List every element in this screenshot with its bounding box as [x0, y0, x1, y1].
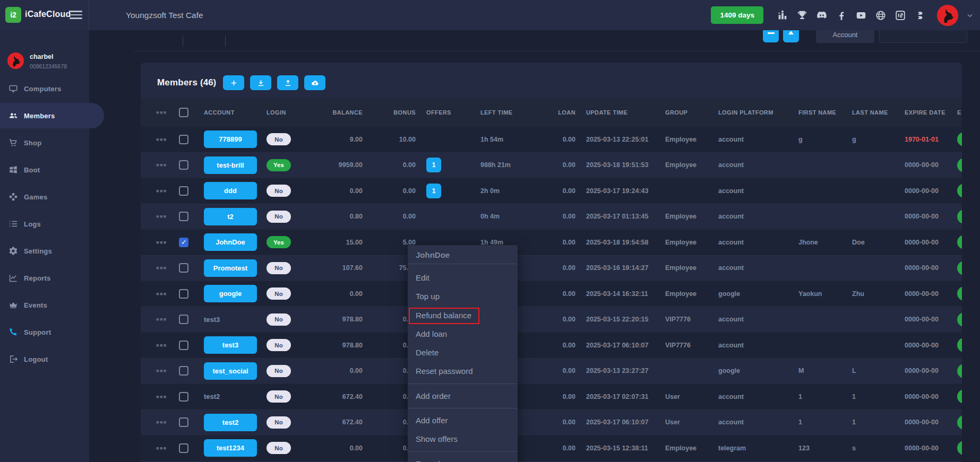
context-menu-item-top-up[interactable]: Top up [408, 287, 518, 306]
enabled-toggle[interactable] [957, 286, 962, 301]
account-button[interactable]: test3 [204, 336, 257, 354]
row-menu-icon[interactable]: ■■■ [156, 291, 167, 297]
enabled-toggle[interactable] [957, 132, 962, 146]
context-menu-item-show-offers[interactable]: Show offers [408, 430, 518, 448]
account-button[interactable]: 778899 [204, 130, 257, 148]
row-menu-icon[interactable]: ■■■ [156, 265, 167, 271]
enabled-toggle[interactable] [957, 184, 962, 198]
row-checkbox[interactable] [179, 341, 188, 350]
sidebar-item-label: Events [24, 301, 47, 309]
row-menu-icon[interactable]: ■■■ [156, 394, 167, 399]
row-menu-icon[interactable]: ■■■ [156, 188, 167, 194]
row-menu-icon[interactable]: ■■■ [156, 137, 167, 142]
facebook-icon[interactable] [836, 10, 847, 21]
add-member-button[interactable] [223, 75, 244, 90]
context-menu-item-add-order[interactable]: Add order [408, 387, 518, 405]
header-row-menu-icon[interactable]: ■■■ [156, 110, 167, 115]
offers-badge[interactable]: 1 [426, 184, 441, 198]
account-button[interactable]: google [204, 285, 257, 302]
layers-icon[interactable] [914, 10, 926, 21]
trophy-icon[interactable] [796, 10, 808, 21]
account-button[interactable]: ddd [204, 182, 257, 199]
context-menu-item-add-loan[interactable]: Add loan [408, 325, 518, 343]
row-menu-icon[interactable]: ■■■ [156, 446, 167, 451]
chevron-down-icon[interactable] [966, 12, 974, 19]
youtube-icon[interactable] [855, 10, 867, 21]
enabled-toggle[interactable] [957, 235, 962, 249]
cloud-backup-button[interactable] [304, 75, 325, 90]
account-button[interactable]: test_social [204, 362, 257, 380]
sidebar-item-logout[interactable]: Logout [0, 346, 89, 372]
row-menu-icon[interactable]: ■■■ [156, 162, 167, 168]
ranking-icon[interactable] [777, 10, 788, 21]
row-menu-icon[interactable]: ■■■ [156, 343, 167, 348]
enabled-toggle[interactable] [957, 389, 962, 404]
select-all-checkbox[interactable] [179, 108, 188, 117]
update-time-value: 2025-03-17 06:10:07 [586, 410, 668, 435]
row-checkbox[interactable] [179, 186, 188, 196]
row-checkbox[interactable] [179, 212, 188, 221]
account-button[interactable]: test2 [204, 414, 257, 431]
hamburger-menu-icon[interactable] [70, 11, 82, 20]
row-checkbox[interactable] [179, 315, 188, 324]
context-menu-item-reset-password[interactable]: Reset password [408, 362, 518, 380]
enabled-toggle[interactable] [957, 158, 962, 172]
row-checkbox[interactable] [179, 366, 188, 376]
first-name-value [798, 307, 849, 333]
sidebar-item-members[interactable]: Members [0, 103, 104, 128]
row-checkbox[interactable] [179, 417, 188, 427]
context-menu-item-event-logs[interactable]: Event logs [408, 455, 518, 462]
export-members-button[interactable] [250, 75, 271, 90]
enabled-toggle[interactable] [957, 261, 962, 275]
sidebar-item-logs[interactable]: Logs [0, 211, 89, 237]
row-menu-icon[interactable]: ■■■ [156, 214, 167, 219]
account-button[interactable]: test-brill [204, 156, 257, 174]
globe-icon[interactable] [875, 10, 887, 21]
sidebar-item-boot[interactable]: Boot [0, 157, 89, 182]
sidebar-item-games[interactable]: Games [0, 184, 89, 210]
row-checkbox[interactable] [179, 263, 188, 273]
user-avatar[interactable] [937, 5, 958, 26]
enabled-toggle[interactable] [957, 338, 962, 352]
subscription-days-badge[interactable]: 1409 days [711, 6, 763, 24]
enabled-toggle[interactable] [957, 312, 962, 327]
login-status-badge: Yes [267, 236, 291, 248]
context-menu-item-add-offer[interactable]: Add offer [408, 411, 518, 430]
row-menu-icon[interactable]: ■■■ [156, 240, 167, 245]
context-menu-item-delete[interactable]: Delete [408, 343, 518, 362]
context-menu-item-refund-balance[interactable]: Refund balance [408, 306, 518, 325]
account-button[interactable]: test1234 [204, 439, 257, 457]
sidebar-item-reports[interactable]: Reports [0, 265, 89, 291]
row-checkbox[interactable] [179, 392, 188, 402]
row-menu-icon[interactable]: ■■■ [156, 368, 167, 373]
table-row: ■■■test3No978.800.000.002025-03-15 22:20… [141, 307, 962, 333]
loan-value: 0.00 [531, 384, 575, 409]
sidebar-item-computers[interactable]: Computers [0, 76, 89, 101]
account-button[interactable]: JohnDoe [204, 233, 257, 251]
row-menu-icon[interactable]: ■■■ [156, 317, 167, 322]
sidebar-item-label: Support [24, 328, 51, 336]
enabled-toggle[interactable] [957, 415, 962, 430]
row-checkbox[interactable] [179, 289, 188, 299]
import-members-button[interactable] [277, 75, 298, 90]
games-icon [8, 192, 18, 202]
sidebar-item-shop[interactable]: Shop [0, 130, 89, 155]
discord-icon[interactable] [816, 10, 828, 21]
loan-value: 0.00 [531, 204, 575, 230]
account-button[interactable]: Promotest [204, 259, 257, 277]
row-menu-icon[interactable]: ■■■ [156, 420, 167, 425]
row-checkbox[interactable] [179, 135, 188, 144]
enabled-toggle[interactable] [957, 210, 962, 224]
offers-badge[interactable]: 1 [426, 158, 441, 172]
sidebar-item-settings[interactable]: Settings [0, 238, 89, 264]
row-checkbox[interactable] [179, 238, 188, 247]
context-menu-item-edit[interactable]: Edit [408, 268, 518, 287]
sidebar-item-events[interactable]: Events [0, 292, 89, 318]
enabled-toggle[interactable] [957, 441, 962, 455]
icafe-icon[interactable] [895, 10, 906, 21]
account-button[interactable]: t2 [204, 208, 257, 225]
row-checkbox[interactable] [179, 160, 188, 170]
enabled-toggle[interactable] [957, 364, 962, 378]
row-checkbox[interactable] [179, 443, 188, 453]
sidebar-item-support[interactable]: Support [0, 319, 89, 345]
